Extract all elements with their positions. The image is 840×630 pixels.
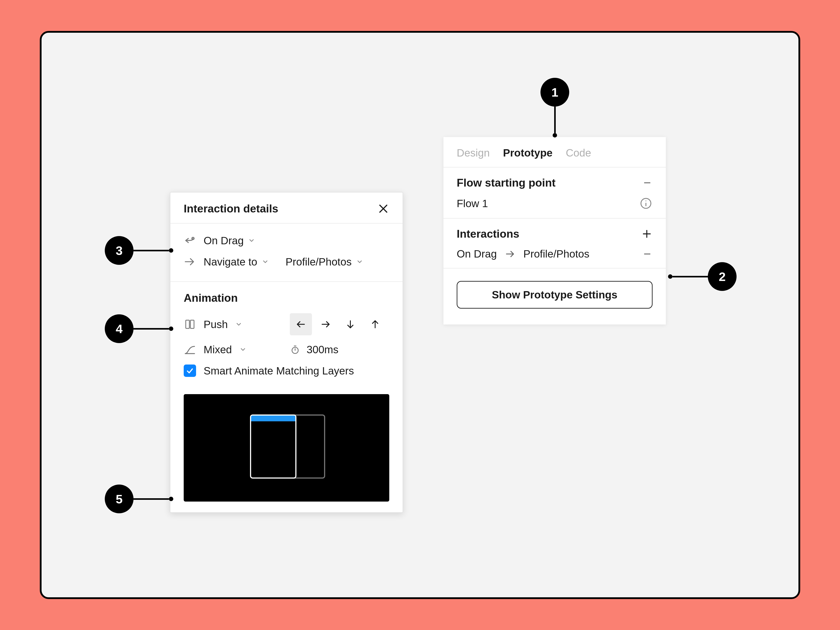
duration-field[interactable]: 300ms	[290, 344, 338, 356]
interaction-details-panel: Interaction details On Drag	[170, 192, 403, 513]
arrow-right-icon	[184, 256, 196, 268]
chevron-down-icon	[356, 258, 363, 265]
callout-5: 5	[105, 485, 173, 513]
trigger-dropdown[interactable]: On Drag	[184, 230, 389, 251]
action-value: Navigate to	[204, 256, 257, 268]
flow-starting-point-section: Flow starting point Flow 1	[444, 167, 666, 219]
tab-prototype[interactable]: Prototype	[503, 147, 553, 159]
close-icon[interactable]	[377, 203, 389, 215]
destination-value: Profile/Photos	[286, 256, 352, 268]
animation-type-value: Push	[204, 318, 228, 330]
interaction-details-title: Interaction details	[184, 202, 278, 215]
direction-right-button[interactable]	[314, 313, 337, 335]
duration-value: 300ms	[306, 344, 338, 356]
prototype-sidebar-panel: Design Prototype Code Flow starting poin…	[444, 137, 666, 325]
direction-up-button[interactable]	[364, 313, 386, 335]
canvas-frame: Design Prototype Code Flow starting poin…	[40, 31, 800, 599]
interactions-section: Interactions On Drag Profile/Photos	[444, 219, 666, 268]
preview-frame-front	[250, 414, 297, 478]
callout-badge: 4	[105, 314, 134, 343]
action-dropdown[interactable]: Navigate to	[204, 256, 269, 268]
remove-interaction-icon[interactable]	[642, 249, 652, 259]
interactions-section-title: Interactions	[457, 227, 519, 240]
animation-type-dropdown[interactable]: Push	[184, 318, 290, 330]
svg-point-3	[646, 201, 646, 201]
chevron-down-icon	[248, 237, 255, 244]
callout-badge: 3	[105, 236, 134, 265]
minus-icon[interactable]	[642, 177, 652, 188]
interaction-trigger: On Drag	[457, 248, 497, 260]
easing-dropdown[interactable]: Mixed	[184, 343, 290, 356]
sidebar-tabs: Design Prototype Code	[444, 137, 666, 167]
callout-badge: 2	[708, 262, 737, 291]
push-icon	[184, 318, 196, 330]
show-prototype-settings-button[interactable]: Show Prototype Settings	[457, 281, 652, 309]
info-icon[interactable]	[639, 197, 652, 210]
callout-4: 4	[105, 314, 173, 343]
animation-preview	[184, 394, 389, 502]
callout-1: 1	[540, 78, 569, 137]
tab-code[interactable]: Code	[566, 147, 591, 159]
flow-section-title: Flow starting point	[457, 177, 556, 189]
callout-2: 2	[668, 262, 737, 291]
smart-animate-checkbox[interactable]	[184, 365, 196, 377]
chevron-down-icon	[262, 258, 269, 265]
plus-icon[interactable]	[641, 228, 652, 240]
flow-name[interactable]: Flow 1	[457, 197, 488, 210]
direction-down-button[interactable]	[339, 313, 362, 335]
tab-design[interactable]: Design	[457, 147, 489, 159]
destination-dropdown[interactable]: Profile/Photos	[286, 256, 363, 268]
interaction-destination: Profile/Photos	[523, 248, 634, 260]
interaction-list-item[interactable]: On Drag Profile/Photos	[457, 246, 652, 260]
arrow-right-icon	[505, 249, 515, 259]
easing-value: Mixed	[204, 344, 232, 356]
smart-animate-label: Smart Animate Matching Layers	[204, 365, 354, 377]
stopwatch-icon	[290, 344, 300, 355]
callout-badge: 1	[540, 78, 569, 107]
chevron-down-icon	[235, 321, 242, 328]
trigger-value: On Drag	[204, 235, 243, 247]
svg-rect-13	[190, 320, 194, 328]
callout-badge: 5	[105, 485, 134, 513]
callout-3: 3	[105, 236, 173, 265]
drag-back-icon	[184, 234, 196, 247]
chevron-down-icon	[239, 346, 246, 353]
svg-rect-12	[186, 320, 189, 328]
direction-left-button[interactable]	[290, 313, 312, 335]
animation-heading: Animation	[184, 289, 389, 309]
easing-curve-icon	[184, 343, 196, 356]
